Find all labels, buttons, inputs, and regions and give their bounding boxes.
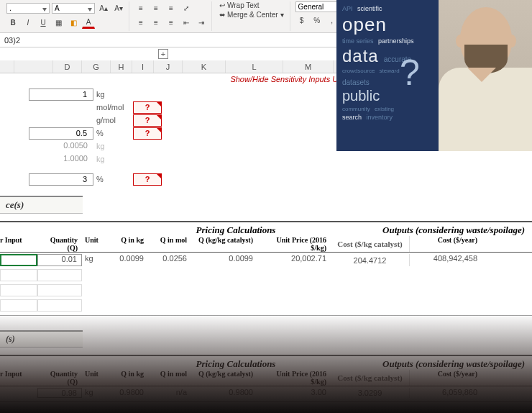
col-d[interactable]: D	[53, 60, 82, 73]
hdr-qcat: Q (kg/kg catalyst)	[191, 236, 257, 252]
merge-group: ↩Wrap Text ⬌Merge & Center ▾	[214, 1, 290, 31]
italic-btn[interactable]: I	[22, 16, 35, 29]
section1-header: ce(s)	[0, 196, 83, 214]
warn-3[interactable]: ?	[133, 114, 162, 127]
font-family-select[interactable]: .	[6, 3, 50, 14]
input-unit-2: mol/mol	[93, 103, 129, 112]
pricing-section-1: Pricing Calculations Outputs (considerin…	[0, 221, 532, 316]
currency-btn[interactable]: $	[295, 14, 308, 27]
cell-qcat: 0.0099	[191, 254, 257, 266]
col-j[interactable]: J	[154, 60, 183, 73]
input-unit-6: kg	[93, 155, 129, 163]
word-public: public	[342, 88, 380, 104]
col-k[interactable]: K	[183, 60, 226, 73]
warn-2[interactable]: ?	[133, 101, 162, 114]
wrap-text-btn[interactable]: ↩Wrap Text	[217, 1, 286, 9]
col-m[interactable]: M	[283, 60, 334, 73]
hdr-costyr: Cost ($/year)	[410, 236, 482, 252]
table-row[interactable]: 0.01 kg 0.0099 0.0256 0.0099 20,002.71 2…	[0, 253, 532, 268]
question-mark-icon: ?	[400, 52, 420, 94]
hdr2-unit: Unit	[82, 370, 105, 386]
underline-btn[interactable]: U	[37, 16, 50, 29]
cell2-costyr: 6,059,860	[410, 388, 482, 398]
cell-qmol: 0.0256	[148, 254, 191, 266]
align-center-btn[interactable]: ≡	[150, 16, 162, 29]
cell2-qcat: 0.9800	[191, 388, 257, 398]
merge-icon: ⬌	[219, 11, 225, 19]
align-left-btn[interactable]: ≡	[134, 16, 147, 29]
hdr-unit: Unit	[82, 236, 105, 252]
wrap-text-icon: ↩	[219, 1, 225, 9]
warn-7[interactable]: ?	[133, 173, 162, 186]
pricing-label-2: Pricing Calculations	[121, 358, 351, 370]
outputs-label-1: Outputs (considering waste/spoilage)	[351, 224, 531, 236]
hdr-qty: Quantity (Q)	[37, 236, 82, 252]
align-group: ≡ ≡ ≡ ⤢ ≡ ≡ ≡ ⇤ ⇥	[131, 1, 212, 31]
input-unit-3: g/mol	[93, 116, 129, 124]
cell-price: 20,002.71	[257, 254, 331, 266]
hdr2-costyr: Cost ($/year)	[410, 370, 482, 386]
outputs-label-2: Outputs (considering waste/spoilage)	[351, 358, 531, 370]
cell-costyr: 408,942,458	[410, 254, 482, 266]
cell-costcat: 204.4712	[331, 254, 410, 266]
percent-btn[interactable]: %	[311, 14, 324, 27]
hdr2-qmol: Q in mol	[148, 370, 191, 386]
col-g[interactable]: G	[82, 60, 111, 73]
font-group: . A A▴ A▾ B I U ▦ ◧ A	[3, 1, 129, 31]
presenter-video	[439, 0, 532, 151]
cell2-qkg: 0.9800	[105, 388, 148, 398]
cell2-unit: kg	[82, 388, 105, 398]
decrease-font-btn[interactable]: A▾	[112, 1, 125, 14]
hdr-qmol: Q in mol	[148, 236, 191, 252]
col-i[interactable]: I	[132, 60, 154, 73]
input-value-5: 0.0050	[29, 140, 93, 153]
align-mid-btn[interactable]: ≡	[150, 1, 162, 14]
align-right-btn[interactable]: ≡	[165, 16, 178, 29]
input-value-1[interactable]: 1	[29, 88, 93, 101]
pricing-label-1: Pricing Calculations	[121, 224, 351, 236]
section2-header: (s)	[0, 330, 83, 348]
warn-4[interactable]: ?	[133, 127, 162, 140]
font-color-btn[interactable]: A	[82, 16, 95, 29]
bold-btn[interactable]: B	[6, 16, 19, 29]
hdr2-qty: Quantity (Q)	[37, 370, 82, 386]
input-value-7[interactable]: 3	[29, 173, 93, 186]
align-bot-btn[interactable]: ≡	[165, 1, 178, 14]
input-unit-7: %	[93, 175, 129, 183]
hdr-costcat: Cost ($/kg catalyst)	[331, 236, 410, 252]
increase-font-btn[interactable]: A▴	[97, 1, 110, 14]
merge-center-btn[interactable]: ⬌Merge & Center ▾	[217, 11, 286, 19]
fill-color-btn[interactable]: ◧	[67, 16, 80, 29]
font-size-select[interactable]: A	[52, 3, 95, 14]
col-h[interactable]: H	[111, 60, 132, 73]
col-l[interactable]: L	[226, 60, 283, 73]
webcam-overlay: API scientific open time series partners…	[336, 0, 532, 151]
subhead-2: r Input	[0, 370, 37, 386]
expand-group-btn[interactable]: +	[158, 49, 168, 59]
cell2-qmol: n/a	[148, 388, 191, 398]
table-row[interactable]: 0.98 kg 0.9800 n/a 0.9800 3.00 3.0299 6,…	[0, 386, 532, 399]
cell2-qty[interactable]: 0.98	[37, 388, 82, 398]
align-top-btn[interactable]: ≡	[134, 1, 147, 14]
cell2-costcat: 3.0299	[331, 388, 410, 398]
indent-dec-btn[interactable]: ⇤	[180, 16, 193, 29]
selected-cell[interactable]	[0, 254, 37, 266]
input-value-4[interactable]: 0.5	[29, 127, 93, 140]
cell-qkg: 0.0099	[105, 254, 148, 266]
word-cloud-banner: API scientific open time series partners…	[336, 0, 439, 151]
pricing-section-2: Pricing Calculations Outputs (considerin…	[0, 355, 532, 402]
word-data: data	[342, 46, 379, 66]
subhead-1: r Input	[0, 236, 37, 252]
input-unit-5: kg	[93, 142, 129, 150]
border-btn[interactable]: ▦	[52, 16, 65, 29]
hdr2-price: Unit Price (2016 $/kg)	[257, 370, 331, 386]
cell-qty[interactable]: 0.01	[37, 254, 82, 266]
input-unit-4: %	[93, 129, 129, 137]
orientation-btn[interactable]: ⤢	[180, 1, 193, 14]
hdr2-qcat: Q (kg/kg catalyst)	[191, 370, 257, 386]
cell2-price: 3.00	[257, 388, 331, 398]
hdr-qkg: Q in kg	[105, 236, 148, 252]
hdr2-costcat: Cost ($/kg catalyst)	[331, 370, 410, 386]
input-value-6: 1.0000	[29, 153, 93, 165]
indent-inc-btn[interactable]: ⇥	[195, 16, 208, 29]
